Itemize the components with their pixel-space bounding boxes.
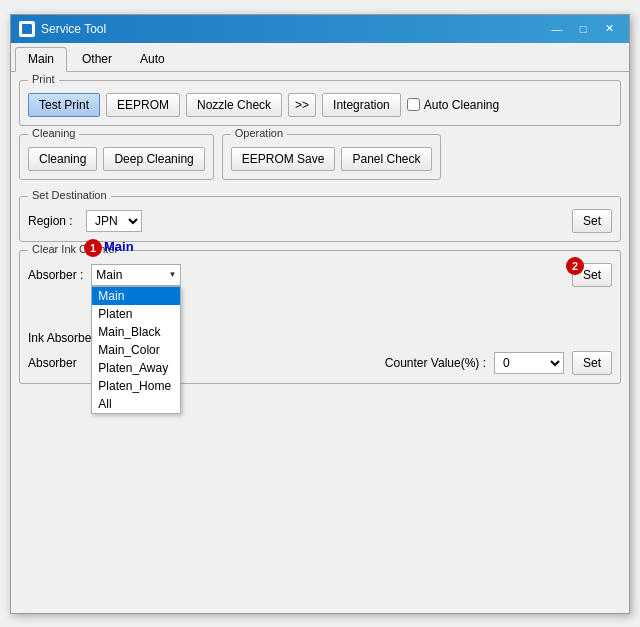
nozzle-check-button[interactable]: Nozzle Check [186,93,282,117]
counter-value-label: Counter Value(%) : [385,356,486,370]
absorber-label: Absorber : [28,268,83,282]
counter-value-select[interactable]: 0 10 20 30 40 50 60 70 80 90 100 [494,352,564,374]
title-bar-left: Service Tool [19,21,106,37]
tab-main[interactable]: Main [15,47,67,72]
absorber-row: 1 Main Absorber : Main ▼ Main Platen Mai… [28,263,612,287]
eeprom-save-button[interactable]: EEPROM Save [231,147,336,171]
content-area: Print Test Print EEPROM Nozzle Check >> … [11,72,629,613]
panel-check-button[interactable]: Panel Check [341,147,431,171]
print-group-label: Print [28,73,59,85]
region-select[interactable]: JPN USA EUR AUS [86,210,142,232]
absorber-selected-value: Main [96,268,122,282]
auto-cleaning-label: Auto Cleaning [424,98,499,112]
absorber-option-platen-home[interactable]: Platen_Home [92,377,180,395]
maximize-button[interactable]: □ [571,20,595,38]
absorber-option-platen-away[interactable]: Platen_Away [92,359,180,377]
absorber-option-main-black[interactable]: Main_Black [92,323,180,341]
main-badge-label: Main [104,239,134,254]
badge-2: 2 [566,257,584,275]
title-bar: Service Tool — □ ✕ [11,15,629,43]
set-destination-button[interactable]: Set [572,209,612,233]
integration-button[interactable]: Integration [322,93,401,117]
cleaning-button[interactable]: Cleaning [28,147,97,171]
tabs-bar: Main Other Auto [11,43,629,72]
clear-ink-counter-group: Clear Ink Counter 1 Main Absorber : Main… [19,250,621,384]
region-label: Region : [28,214,78,228]
tab-other[interactable]: Other [69,47,125,71]
auto-cleaning-checkbox-row: Auto Cleaning [407,98,499,112]
window-title: Service Tool [41,22,106,36]
absorber-option-all[interactable]: All [92,395,180,413]
minimize-button[interactable]: — [545,20,569,38]
auto-cleaning-checkbox[interactable] [407,98,420,111]
arrow-button[interactable]: >> [288,93,316,117]
absorber-option-platen[interactable]: Platen [92,305,180,323]
app-icon [19,21,35,37]
absorber-dropdown-arrow: ▼ [168,270,176,279]
absorber-dropdown-list: Main Platen Main_Black Main_Color Platen… [91,286,181,414]
absorber-option-main[interactable]: Main [92,287,180,305]
deep-cleaning-button[interactable]: Deep Cleaning [103,147,204,171]
set-destination-label: Set Destination [28,189,111,201]
test-print-button[interactable]: Test Print [28,93,100,117]
absorber-option-main-color[interactable]: Main_Color [92,341,180,359]
absorber-dropdown-container: Main ▼ Main Platen Main_Black Main_Color… [91,264,181,286]
print-group: Print Test Print EEPROM Nozzle Check >> … [19,80,621,126]
badge-1: 1 [84,239,102,257]
main-window: Service Tool — □ ✕ Main Other Auto Print… [10,14,630,614]
counter-set-button[interactable]: Set [572,351,612,375]
absorber2-label: Absorber [28,356,88,370]
tab-auto[interactable]: Auto [127,47,178,71]
set-destination-group: Set Destination Region : JPN USA EUR AUS… [19,196,621,242]
close-button[interactable]: ✕ [597,20,621,38]
cleaning-group-label: Cleaning [28,127,79,139]
title-controls: — □ ✕ [545,20,621,38]
operation-group: Operation EEPROM Save Panel Check [222,134,441,180]
absorber-select[interactable]: Main ▼ [91,264,181,286]
eeprom-button[interactable]: EEPROM [106,93,180,117]
operation-group-label: Operation [231,127,287,139]
cleaning-group: Cleaning Cleaning Deep Cleaning [19,134,214,180]
